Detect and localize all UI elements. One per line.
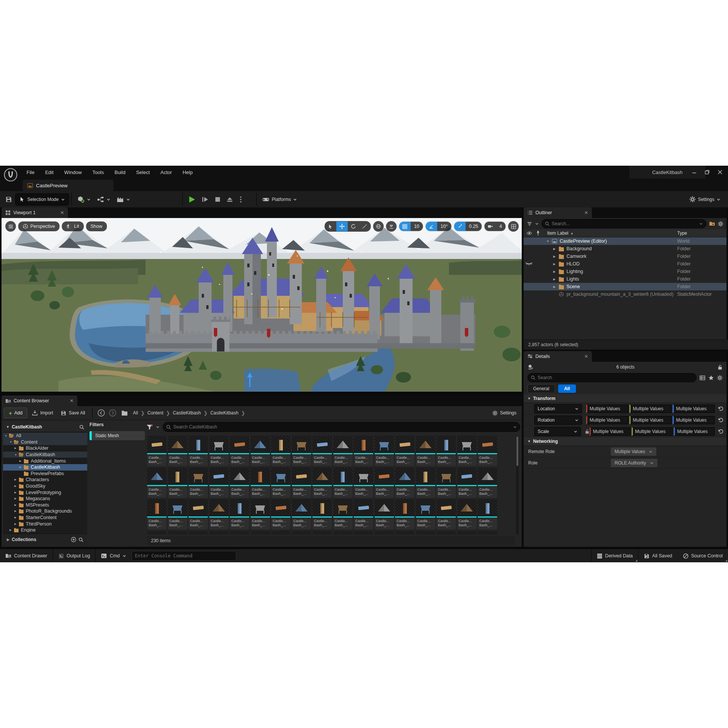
transform-location-axis-y[interactable]: Multiple Values <box>629 405 672 413</box>
asset-tile[interactable]: Castle...Bash_... <box>457 499 477 529</box>
outliner-column-header[interactable]: Item Label ▲ Type <box>524 229 726 237</box>
star-icon[interactable] <box>708 375 714 381</box>
asset-tile[interactable]: Castle...Bash_... <box>333 531 353 535</box>
asset-tile[interactable]: Castle...Bash_... <box>478 436 497 466</box>
asset-tile[interactable]: Castle...Bash_... <box>436 499 456 529</box>
outliner-row[interactable]: ▶LightsFolder <box>524 275 726 283</box>
asset-tile[interactable]: Castle...Bash_... <box>416 531 435 535</box>
eye-column[interactable] <box>524 239 534 243</box>
chevron-down-icon[interactable] <box>535 222 539 226</box>
close-icon[interactable]: ✕ <box>584 210 588 215</box>
kebab-menu-icon[interactable] <box>238 196 243 203</box>
asset-tile[interactable]: Castle...Bash_... <box>436 468 456 498</box>
transform-rotation-axis-x[interactable]: Multiple Values <box>586 416 628 424</box>
forward-icon[interactable] <box>109 409 116 417</box>
details-filter-all[interactable]: All <box>558 384 576 393</box>
asset-tile[interactable]: Castle...Bash_... <box>478 531 497 535</box>
add-collection-icon[interactable] <box>71 537 76 542</box>
role-dropdown[interactable]: ROLE Authority <box>611 459 657 467</box>
asset-tile[interactable]: Castle...Bash_... <box>251 436 270 466</box>
world-space-button[interactable] <box>373 221 384 232</box>
triangle-right-icon[interactable]: ▶ <box>14 497 19 500</box>
perspective-dropdown[interactable]: Perspective <box>18 221 60 231</box>
move-tool-button[interactable] <box>336 221 348 231</box>
triangle-right-icon[interactable]: ▶ <box>14 510 19 513</box>
transform-section-header[interactable]: ▼ Transform <box>524 394 726 403</box>
gear-icon[interactable] <box>717 375 723 381</box>
asset-tile[interactable]: Castle...Bash_... <box>230 531 249 535</box>
scale-snap-control[interactable]: 0.25 <box>454 221 482 231</box>
angle-snap-control[interactable]: 10° <box>425 221 452 231</box>
unlock-icon[interactable] <box>585 429 590 434</box>
outliner-row[interactable]: ▶HLODFolder <box>524 260 726 268</box>
tab-content-browser[interactable]: Content Browser ✕ <box>2 395 77 406</box>
close-icon[interactable]: ✕ <box>584 354 588 359</box>
outliner-row[interactable]: ▼CastlePreview (Editor)World <box>524 237 726 245</box>
asset-tile[interactable]: Castle...Bash_... <box>209 531 229 535</box>
tree-item-levelprototyping[interactable]: ▶LevelPrototyping <box>3 489 87 496</box>
restore-button[interactable] <box>701 166 714 179</box>
filter-funnel-icon[interactable] <box>146 424 153 430</box>
tab-castlepreview[interactable]: CastlePreview <box>23 180 113 191</box>
asset-tile[interactable]: Castle...Bash_... <box>230 468 249 498</box>
details-search-input[interactable]: Search <box>527 373 697 382</box>
menu-file[interactable]: File <box>21 166 40 179</box>
eye-column[interactable] <box>524 284 534 289</box>
outliner-row[interactable]: ▶LightingFolder <box>524 268 726 275</box>
gear-icon[interactable] <box>718 221 723 227</box>
asset-tile[interactable]: Castle...Bash_... <box>271 531 290 535</box>
asset-tile[interactable]: Castle...Bash_... <box>457 436 477 466</box>
transform-scale-axis-x[interactable]: Multiple Values <box>590 427 631 436</box>
menu-select[interactable]: Select <box>131 166 155 179</box>
tree-item-castlekitbash[interactable]: ▶CastleKitbash <box>3 464 87 471</box>
skip-icon[interactable] <box>201 196 209 203</box>
transform-rotation-axis-y[interactable]: Multiple Values <box>629 416 672 424</box>
show-dropdown[interactable]: Show <box>86 221 107 231</box>
derived-data-button[interactable]: Derived Data <box>592 549 638 562</box>
triangle-right-icon[interactable]: ▶ <box>553 270 559 273</box>
sources-header[interactable]: ▼ CastleKitbash <box>3 422 87 432</box>
stop-icon[interactable] <box>215 196 221 202</box>
triangle-right-icon[interactable]: ▶ <box>14 522 19 526</box>
asset-tile[interactable]: Castle...Bash_... <box>292 468 311 498</box>
asset-tile[interactable]: Castle...Bash_... <box>375 468 394 498</box>
search-icon[interactable] <box>78 537 83 542</box>
source-control-button[interactable]: Source Control <box>678 549 728 562</box>
networking-section-header[interactable]: ▼ Networking <box>524 437 726 446</box>
tree-item-blackalder[interactable]: ▶BlackAlder <box>3 445 87 452</box>
tree-item-castlekitbash[interactable]: ▼CastleKitbash <box>3 452 87 458</box>
triangle-right-icon[interactable]: ▶ <box>14 485 19 488</box>
eye-column[interactable] <box>524 292 534 297</box>
asset-tile[interactable]: Castle...Bash_... <box>436 436 456 466</box>
tree-item-megascans[interactable]: ▶Megascans <box>3 496 87 502</box>
triangle-right-icon[interactable]: ▶ <box>553 278 559 281</box>
rotate-tool-button[interactable] <box>348 221 359 231</box>
remote-role-dropdown[interactable]: Multiple Values <box>611 447 656 456</box>
blueprints-dropdown[interactable] <box>94 194 113 205</box>
cmd-dropdown[interactable]: Cmd <box>96 549 131 562</box>
triangle-down-icon[interactable]: ▼ <box>9 441 14 443</box>
asset-tile[interactable]: Castle...Bash_... <box>436 531 456 535</box>
tree-item-characters[interactable]: ▶Characters <box>3 477 87 483</box>
asset-tile[interactable]: Castle...Bash_... <box>312 499 332 529</box>
asset-tile[interactable]: Castle...Bash_... <box>271 499 290 529</box>
asset-tile[interactable]: Castle...Bash_... <box>188 499 208 529</box>
console-command-input[interactable]: Enter Console Command <box>132 551 236 561</box>
back-icon[interactable] <box>97 409 105 417</box>
asset-tile[interactable]: Castle...Bash_... <box>312 531 332 535</box>
triangle-right-icon[interactable]: ▶ <box>9 529 14 532</box>
tab-outliner[interactable]: Outliner ✕ <box>524 207 592 218</box>
asset-tile[interactable]: Castle...Bash_... <box>457 531 477 535</box>
camera-speed-control[interactable]: 4 <box>484 221 506 231</box>
asset-tile[interactable]: Castle...Bash_... <box>188 436 208 466</box>
menu-help[interactable]: Help <box>177 166 198 179</box>
triangle-right-icon[interactable]: ▶ <box>553 255 559 258</box>
asset-tile[interactable]: Castle...Bash_... <box>395 499 414 529</box>
chevron-down-icon[interactable] <box>156 425 160 429</box>
asset-tile[interactable]: Castle...Bash_... <box>147 436 166 466</box>
tree-item-content[interactable]: ▼Content <box>3 439 87 446</box>
outliner-search-input[interactable]: Search... <box>541 219 706 228</box>
search-icon[interactable] <box>79 425 84 430</box>
tree-item-previewprefabs[interactable]: PreviewPrefabs <box>3 471 87 477</box>
asset-tile[interactable]: Castle...Bash_... <box>251 468 270 498</box>
